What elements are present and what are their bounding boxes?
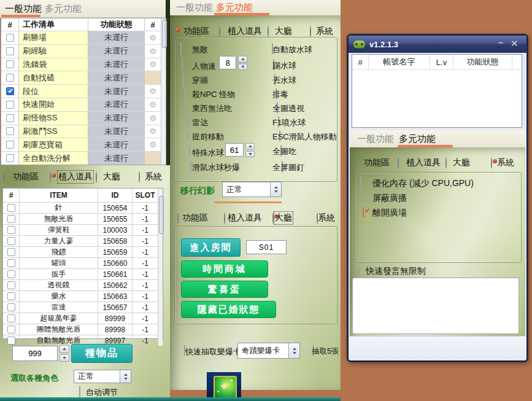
hide-married-button[interactable]: 隱藏已婚狀態	[181, 301, 276, 318]
task-table-scrollbar[interactable]	[161, 18, 166, 165]
item-checkbox[interactable]	[7, 292, 15, 300]
speed-input[interactable]	[219, 56, 236, 69]
left-tab-general[interactable]: 一般功能	[5, 3, 42, 15]
optimize-checkbox[interactable]	[360, 177, 361, 189]
block-broadcast-checkbox[interactable]	[361, 192, 363, 203]
task-table: # 工作清单 功能狀態 # 刷勝場 未運行 ⚙ 刷經驗 未運行 ⚙	[1, 18, 166, 165]
task-checkbox[interactable]	[6, 47, 14, 55]
radio-implant-item[interactable]	[50, 171, 51, 183]
scrollbar-thumb[interactable]	[162, 20, 167, 48]
gear-icon[interactable]: ⚙	[149, 60, 156, 68]
func-checkbox[interactable]	[187, 116, 188, 128]
window-title: v1.2.1.3	[369, 40, 398, 49]
gear-icon[interactable]: ⚙	[149, 87, 156, 95]
func-checkbox[interactable]	[190, 161, 191, 173]
plant-item-button[interactable]: 種物品	[71, 344, 133, 363]
quantity-input[interactable]	[12, 346, 58, 361]
item-checkbox[interactable]	[7, 337, 15, 345]
right-tab-multi[interactable]: 多元功能	[399, 133, 436, 145]
time-mall-button[interactable]: 時間商城	[181, 260, 268, 278]
task-checkbox[interactable]	[6, 34, 14, 42]
item-checkbox[interactable]	[7, 314, 15, 322]
speech-textarea[interactable]	[352, 278, 519, 334]
radio-function-area[interactable]	[3, 171, 4, 183]
func-checkbox[interactable]	[188, 130, 189, 142]
auto-adjust-checkbox[interactable]	[79, 386, 80, 397]
item-checkbox[interactable]	[7, 248, 15, 256]
speed-stepper[interactable]	[238, 56, 247, 70]
radio-implant-item[interactable]	[224, 212, 225, 224]
fast-speech-checkbox[interactable]	[358, 265, 360, 276]
radio-lobby[interactable]	[268, 26, 269, 37]
func-checkbox[interactable]	[180, 43, 182, 55]
gear-icon[interactable]: ⚙	[149, 101, 156, 109]
left-tab-multi[interactable]: 多元功能	[45, 3, 82, 15]
dropdown-arrows-icon[interactable]	[288, 343, 299, 358]
item-table-scrollbar[interactable]	[158, 189, 163, 346]
quantity-stepper[interactable]	[60, 345, 69, 362]
item-checkbox[interactable]	[7, 325, 15, 333]
radio-lobby[interactable]	[96, 171, 97, 183]
task-checkbox[interactable]	[6, 101, 14, 109]
list-item: 飛鏢150659-1	[3, 246, 158, 257]
gear-icon[interactable]: ⚙	[149, 141, 156, 149]
task-checkbox[interactable]	[6, 74, 14, 82]
item-checkbox[interactable]	[7, 226, 15, 234]
radio-system[interactable]	[310, 26, 311, 37]
func-checkbox[interactable]	[183, 74, 184, 85]
item-checkbox[interactable]	[7, 270, 15, 278]
radio-lobby[interactable]	[445, 157, 447, 169]
radio-lobby[interactable]	[272, 212, 274, 224]
func-checkbox[interactable]	[184, 88, 185, 99]
accounts-table: # 帳號名字 L.v 功能狀態	[352, 54, 522, 128]
task-checkbox[interactable]	[6, 87, 14, 95]
task-checkbox[interactable]	[6, 114, 14, 122]
radio-function-area[interactable]	[354, 157, 355, 169]
item-checkbox[interactable]	[7, 281, 15, 289]
func-checkbox[interactable]	[185, 102, 187, 114]
middle-tab-general[interactable]: 一般功能	[176, 2, 213, 14]
spin-down-icon[interactable]	[60, 354, 69, 362]
item-checkbox[interactable]	[7, 237, 15, 245]
close-button[interactable]: ✕	[511, 39, 519, 48]
card-type-dropdown[interactable]: 奇蹟樂爆卡	[237, 343, 300, 359]
gear-icon[interactable]: ⚙	[149, 34, 156, 42]
dropdown-arrows-icon[interactable]	[270, 182, 281, 197]
spin-up-icon[interactable]	[60, 345, 69, 353]
right-tab-general[interactable]: 一般功能	[357, 133, 394, 145]
enter-room-button[interactable]: 進入房間	[181, 238, 241, 257]
radio-function-area[interactable]	[177, 212, 179, 224]
minimize-button[interactable]: –	[498, 38, 503, 47]
task-checkbox[interactable]	[6, 60, 14, 68]
func-checkbox[interactable]	[189, 145, 190, 157]
gear-icon[interactable]: ⚙	[149, 47, 156, 55]
task-checkbox[interactable]	[6, 154, 14, 162]
radio-function-area[interactable]	[174, 26, 175, 37]
dropdown-arrows-icon[interactable]	[120, 370, 131, 383]
task-table-header: # 工作清单 功能狀態 #	[1, 18, 161, 31]
radio-implant-item[interactable]	[398, 157, 399, 169]
middle-tab-multi[interactable]: 多元功能	[216, 2, 253, 14]
titlebar[interactable]: v1.2.1.3 – ✕	[349, 36, 526, 53]
radio-system[interactable]	[491, 157, 492, 169]
bottom-strip	[0, 397, 341, 401]
task-checkbox[interactable]	[6, 127, 14, 135]
radio-system[interactable]	[139, 171, 140, 183]
item-checkbox[interactable]	[7, 303, 15, 311]
func-checkbox[interactable]	[182, 58, 183, 69]
special-ball-stepper[interactable]	[245, 143, 255, 157]
role-dropdown[interactable]: 正常	[74, 370, 131, 383]
special-ball-input[interactable]	[225, 143, 244, 157]
item-checkbox[interactable]	[7, 259, 15, 267]
surprise-egg-button[interactable]: 驚喜蛋	[181, 281, 268, 298]
item-checkbox[interactable]	[7, 215, 15, 223]
shadow-step-dropdown[interactable]: 正常	[222, 182, 282, 197]
gear-icon[interactable]: ⚙	[149, 114, 156, 122]
leave-plaza-checkbox[interactable]	[363, 206, 364, 218]
scrollbar-thumb[interactable]	[159, 196, 164, 234]
task-checkbox[interactable]	[6, 141, 14, 149]
room-code-input[interactable]	[246, 240, 287, 254]
radio-implant-item[interactable]	[219, 26, 220, 37]
item-checkbox[interactable]	[7, 204, 15, 212]
gear-icon[interactable]: ⚙	[149, 127, 156, 135]
